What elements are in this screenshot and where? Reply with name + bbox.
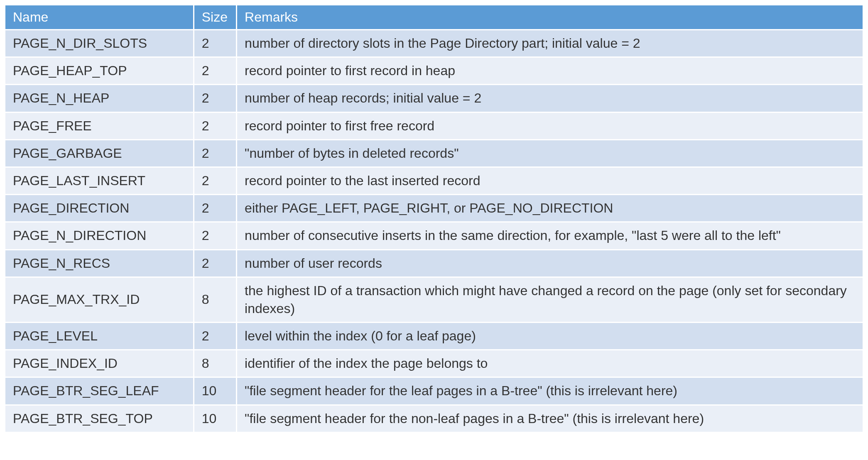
table-row: PAGE_LAST_INSERT2record pointer to the l… — [5, 167, 863, 194]
table-row: PAGE_INDEX_ID8identifier of the index th… — [5, 350, 863, 377]
cell-remarks: the highest ID of a transaction which mi… — [237, 277, 863, 322]
cell-name: PAGE_N_DIRECTION — [5, 222, 194, 250]
cell-name: PAGE_FREE — [5, 112, 194, 139]
table-row: PAGE_LEVEL2level within the index (0 for… — [5, 323, 863, 350]
cell-name: PAGE_LEVEL — [5, 323, 194, 350]
cell-size: 2 — [194, 323, 236, 350]
cell-size: 2 — [194, 85, 236, 112]
cell-size: 8 — [194, 350, 236, 377]
table-row: PAGE_GARBAGE2"number of bytes in deleted… — [5, 139, 863, 167]
cell-name: PAGE_DIRECTION — [5, 195, 194, 222]
cell-size: 2 — [194, 57, 236, 85]
cell-size: 10 — [194, 405, 236, 432]
cell-remarks: identifier of the index the page belongs… — [237, 350, 863, 377]
table-row: PAGE_N_RECS2number of user records — [5, 250, 863, 277]
cell-remarks: level within the index (0 for a leaf pag… — [237, 323, 863, 350]
cell-size: 2 — [194, 222, 236, 250]
cell-size: 2 — [194, 250, 236, 277]
cell-name: PAGE_N_RECS — [5, 250, 194, 277]
cell-remarks: number of heap records; initial value = … — [237, 85, 863, 112]
table-header-row: Name Size Remarks — [5, 5, 863, 30]
cell-name: PAGE_LAST_INSERT — [5, 167, 194, 194]
cell-size: 8 — [194, 277, 236, 322]
cell-remarks: "number of bytes in deleted records" — [237, 139, 863, 167]
cell-size: 2 — [194, 139, 236, 167]
cell-name: PAGE_BTR_SEG_TOP — [5, 405, 194, 432]
table-row: PAGE_BTR_SEG_LEAF10"file segment header … — [5, 377, 863, 405]
cell-remarks: record pointer to first free record — [237, 112, 863, 139]
cell-name: PAGE_GARBAGE — [5, 139, 194, 167]
cell-remarks: number of user records — [237, 250, 863, 277]
cell-remarks: record pointer to first record in heap — [237, 57, 863, 85]
cell-name: PAGE_MAX_TRX_ID — [5, 277, 194, 322]
table-row: PAGE_N_DIR_SLOTS2number of directory slo… — [5, 30, 863, 57]
cell-size: 2 — [194, 30, 236, 57]
cell-remarks: record pointer to the last inserted reco… — [237, 167, 863, 194]
cell-remarks: number of consecutive inserts in the sam… — [237, 222, 863, 250]
cell-size: 2 — [194, 112, 236, 139]
table-row: PAGE_HEAP_TOP2record pointer to first re… — [5, 57, 863, 85]
table-row: PAGE_N_HEAP2number of heap records; init… — [5, 85, 863, 112]
cell-size: 10 — [194, 377, 236, 405]
cell-size: 2 — [194, 195, 236, 222]
cell-remarks: "file segment header for the leaf pages … — [237, 377, 863, 405]
cell-remarks: either PAGE_LEFT, PAGE_RIGHT, or PAGE_NO… — [237, 195, 863, 222]
table-row: PAGE_BTR_SEG_TOP10"file segment header f… — [5, 405, 863, 432]
table-row: PAGE_N_DIRECTION2number of consecutive i… — [5, 222, 863, 250]
header-name: Name — [5, 5, 194, 30]
table-row: PAGE_MAX_TRX_ID8the highest ID of a tran… — [5, 277, 863, 322]
header-size: Size — [194, 5, 236, 30]
cell-name: PAGE_INDEX_ID — [5, 350, 194, 377]
header-remarks: Remarks — [237, 5, 863, 30]
cell-name: PAGE_N_DIR_SLOTS — [5, 30, 194, 57]
cell-remarks: "file segment header for the non-leaf pa… — [237, 405, 863, 432]
cell-name: PAGE_HEAP_TOP — [5, 57, 194, 85]
table-row: PAGE_FREE2record pointer to first free r… — [5, 112, 863, 139]
cell-name: PAGE_BTR_SEG_LEAF — [5, 377, 194, 405]
cell-remarks: number of directory slots in the Page Di… — [237, 30, 863, 57]
cell-size: 2 — [194, 167, 236, 194]
table-row: PAGE_DIRECTION2either PAGE_LEFT, PAGE_RI… — [5, 195, 863, 222]
cell-name: PAGE_N_HEAP — [5, 85, 194, 112]
page-header-table: Name Size Remarks PAGE_N_DIR_SLOTS2numbe… — [4, 4, 864, 433]
